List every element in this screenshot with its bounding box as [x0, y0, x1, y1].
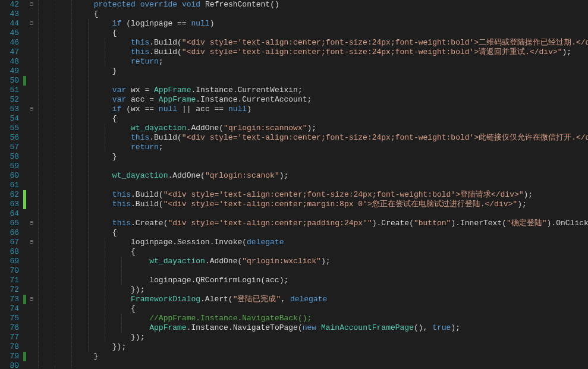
line-number: 42	[0, 0, 19, 10]
fold-toggle[interactable]: ⊟	[27, 238, 36, 247]
change-mark	[23, 190, 26, 200]
fold-toggle	[27, 162, 36, 171]
change-mark	[23, 342, 27, 352]
code-line[interactable]	[38, 181, 588, 190]
fold-toggle	[27, 257, 36, 266]
change-mark	[23, 285, 27, 295]
code-line[interactable]: {	[38, 114, 588, 124]
code-line[interactable]	[38, 361, 588, 369]
line-number: 50	[0, 76, 19, 86]
line-number: 51	[0, 86, 19, 95]
fold-column[interactable]: ⊟⊟⊟⊟⊟⊟	[27, 0, 36, 369]
fold-toggle[interactable]: ⊟	[27, 0, 36, 10]
code-line[interactable]: var acc = AppFrame.Instance.CurrentAccou…	[38, 95, 588, 105]
code-line[interactable]: this.Create("div style='text-align:cente…	[38, 219, 588, 228]
change-mark	[23, 48, 27, 57]
code-line[interactable]: this.Build("<div style='text-align:cente…	[38, 38, 588, 48]
code-line[interactable]: protected override void RefreshContent()	[38, 0, 588, 10]
fold-toggle	[27, 333, 36, 342]
code-line[interactable]: {	[38, 247, 588, 257]
code-line[interactable]: if (loginpage == null)	[38, 19, 588, 29]
code-line[interactable]: FrameworkDialog.Alert("登陆已完成", delegate	[38, 295, 588, 304]
code-line[interactable]: if (wx == null || acc == null)	[38, 105, 588, 114]
change-mark	[23, 361, 27, 369]
code-line[interactable]: var wx = AppFrame.Instance.CurrentWeixin…	[38, 86, 588, 95]
change-mark	[23, 0, 27, 10]
code-line[interactable]: {	[38, 29, 588, 38]
change-mark	[23, 38, 27, 48]
line-number: 45	[0, 29, 19, 38]
code-line[interactable]: wt_dayaction.AddOne("qrlogin:wxclick");	[38, 257, 588, 266]
change-mark	[23, 228, 27, 238]
line-number: 55	[0, 124, 19, 133]
fold-toggle	[27, 57, 36, 67]
fold-toggle	[27, 10, 36, 19]
code-line[interactable]	[38, 266, 588, 276]
fold-toggle[interactable]: ⊟	[27, 105, 36, 114]
code-line[interactable]: AppFrame.Instance.NavigateToPage(new Mai…	[38, 323, 588, 333]
line-number: 64	[0, 209, 19, 219]
code-line[interactable]	[38, 162, 588, 171]
code-line[interactable]: //AppFrame.Instance.NavigateBack();	[38, 314, 588, 323]
change-mark	[23, 124, 27, 133]
change-mark	[23, 333, 27, 342]
code-line[interactable]: return;	[38, 143, 588, 152]
code-line[interactable]: this.Build("<div style='text-align:cente…	[38, 190, 588, 200]
code-line[interactable]	[38, 209, 588, 219]
line-number: 57	[0, 143, 19, 152]
code-line[interactable]: wt_dayaction.AddOne("qrlogin:scanok");	[38, 171, 588, 181]
fold-toggle[interactable]: ⊟	[27, 295, 36, 304]
code-line[interactable]: this.Build("<div style='text-align:cente…	[38, 48, 588, 57]
change-mark	[23, 181, 27, 190]
fold-toggle	[27, 200, 36, 209]
fold-toggle	[27, 114, 36, 124]
change-mark	[23, 76, 26, 86]
code-line[interactable]: {	[38, 10, 588, 19]
code-line[interactable]: return;	[38, 57, 588, 67]
change-mark	[23, 114, 27, 124]
code-line[interactable]: });	[38, 333, 588, 342]
fold-toggle[interactable]: ⊟	[27, 219, 36, 228]
line-number: 43	[0, 10, 19, 19]
code-area[interactable]: protected override void RefreshContent()…	[36, 0, 588, 369]
change-mark	[23, 200, 26, 209]
fold-toggle[interactable]: ⊟	[27, 19, 36, 29]
code-line[interactable]: }	[38, 152, 588, 162]
code-line[interactable]: loginpage.Session.Invoke(delegate	[38, 238, 588, 247]
line-number: 69	[0, 257, 19, 266]
change-mark	[23, 314, 27, 323]
line-number: 73	[0, 295, 19, 304]
code-line[interactable]: this.Build("<div style='text-align:cente…	[38, 200, 588, 209]
change-mark	[23, 162, 27, 171]
code-line[interactable]: loginpage.QRConfirmLogin(acc);	[38, 276, 588, 285]
line-number: 78	[0, 342, 19, 352]
change-mark	[23, 295, 26, 304]
change-mark	[23, 95, 27, 105]
line-number: 47	[0, 48, 19, 57]
code-line[interactable]: }	[38, 352, 588, 361]
fold-toggle	[27, 276, 36, 285]
line-number: 53	[0, 105, 19, 114]
code-line[interactable]: });	[38, 285, 588, 295]
fold-toggle	[27, 285, 36, 295]
line-number: 61	[0, 181, 19, 190]
fold-toggle	[27, 124, 36, 133]
line-number: 54	[0, 114, 19, 124]
code-line[interactable]: }	[38, 67, 588, 76]
fold-toggle	[27, 181, 36, 190]
code-line[interactable]: this.Build("<div style='text-align:cente…	[38, 133, 588, 143]
change-mark	[23, 57, 27, 67]
editor-gutter: 4243444546474849505152535455565758596061…	[0, 0, 36, 369]
code-line[interactable]: wt_dayaction.AddOne("qrlogin:scannowx");	[38, 124, 588, 133]
code-line[interactable]: });	[38, 342, 588, 352]
code-line[interactable]: {	[38, 304, 588, 314]
change-mark	[23, 304, 27, 314]
line-numbers: 4243444546474849505152535455565758596061…	[0, 0, 23, 369]
code-line[interactable]: {	[38, 228, 588, 238]
line-number: 68	[0, 247, 19, 257]
code-line[interactable]	[38, 76, 588, 86]
line-number: 49	[0, 67, 19, 76]
fold-toggle	[27, 38, 36, 48]
fold-toggle	[27, 342, 36, 352]
line-number: 74	[0, 304, 19, 314]
